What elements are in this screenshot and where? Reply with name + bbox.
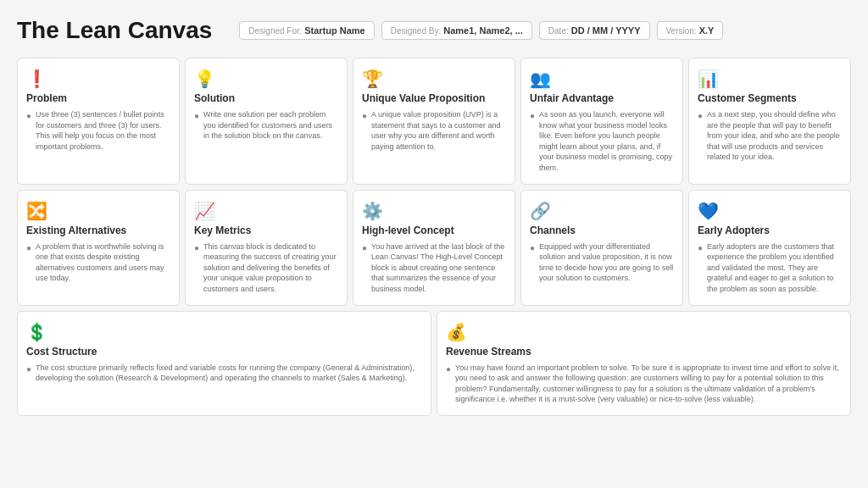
high-level-concept-title: High-level Concept <box>362 225 506 236</box>
early-adopters-icon: 💙 <box>698 201 842 221</box>
key-metrics-icon: 📈 <box>194 201 338 221</box>
key-metrics-title: Key Metrics <box>194 225 338 236</box>
customer-segments-title: Customer Segments <box>698 92 842 104</box>
channels-title: Channels <box>530 225 674 236</box>
uvp-icon: 🏆 <box>362 69 506 89</box>
uvp-title: Unique Value Proposition <box>362 92 506 104</box>
problem-body: ● Use three (3) sentences / bullet point… <box>26 109 170 152</box>
canvas-bottom-row: 💲 Cost Structure ● The cost structure pr… <box>17 311 851 416</box>
version-field[interactable]: Version: X.Y <box>657 21 724 40</box>
revenue-streams-cell: 💰 Revenue Streams ● You may have found a… <box>437 311 851 416</box>
revenue-streams-icon: 💰 <box>446 322 842 342</box>
revenue-streams-bullet: ● <box>446 363 451 405</box>
revenue-streams-body: ● You may have found an important proble… <box>446 363 842 405</box>
high-level-concept-bullet: ● <box>362 242 367 295</box>
channels-cell: 🔗 Channels ● Equipped with your differen… <box>520 190 683 306</box>
unfair-advantage-bullet: ● <box>530 110 535 174</box>
solution-title: Solution <box>194 92 338 104</box>
key-metrics-body: ● This canvas block is dedicated to meas… <box>194 241 338 295</box>
solution-bullet: ● <box>194 110 199 141</box>
early-adopters-body: ● Early adopters are the customers that … <box>698 241 842 295</box>
existing-alternatives-bullet: ● <box>26 242 31 284</box>
uvp-cell: 🏆 Unique Value Proposition ● A unique va… <box>353 58 515 185</box>
revenue-streams-title: Revenue Streams <box>446 346 842 358</box>
high-level-concept-body: ● You have arrived at the last block of … <box>362 241 506 295</box>
existing-alternatives-icon: 🔀 <box>26 201 170 221</box>
problem-icon: ❗ <box>26 69 170 89</box>
problem-cell: ❗ Problem ● Use three (3) sentences / bu… <box>17 58 180 185</box>
header-meta: Designed For: Startup Name Designed By: … <box>239 21 851 40</box>
channels-bullet: ● <box>530 242 535 284</box>
unfair-advantage-icon: 👥 <box>530 69 674 89</box>
cost-structure-icon: 💲 <box>26 322 422 342</box>
existing-alternatives-cell: 🔀 Existing Alternatives ● A problem that… <box>17 190 180 306</box>
unfair-advantage-body: ● As soon as you launch, everyone will k… <box>530 109 674 174</box>
early-adopters-title: Early Adopters <box>698 225 842 236</box>
customer-segments-bullet: ● <box>698 110 703 163</box>
date-field[interactable]: Date: DD / MM / YYYY <box>539 21 650 40</box>
early-adopters-bullet: ● <box>698 242 703 295</box>
channels-body: ● Equipped with your differentiated solu… <box>530 241 674 284</box>
high-level-concept-cell: ⚙️ High-level Concept ● You have arrived… <box>353 190 515 306</box>
cost-structure-title: Cost Structure <box>26 346 422 358</box>
existing-alternatives-body: ● A problem that is worthwhile solving i… <box>26 241 170 284</box>
problem-bullet: ● <box>26 110 31 152</box>
channels-icon: 🔗 <box>530 201 674 221</box>
unfair-advantage-title: Unfair Advantage <box>530 92 674 104</box>
cost-structure-cell: 💲 Cost Structure ● The cost structure pr… <box>17 311 431 416</box>
customer-segments-icon: 📊 <box>698 69 842 89</box>
key-metrics-cell: 📈 Key Metrics ● This canvas block is ded… <box>185 190 348 306</box>
high-level-concept-icon: ⚙️ <box>362 201 506 221</box>
canvas-top-row: ❗ Problem ● Use three (3) sentences / bu… <box>17 58 851 185</box>
unfair-advantage-cell: 👥 Unfair Advantage ● As soon as you laun… <box>520 58 683 185</box>
designed-by-field[interactable]: Designed By: Name1, Name2, ... <box>381 21 532 40</box>
solution-icon: 💡 <box>194 69 338 89</box>
page-title: The Lean Canvas <box>17 17 212 44</box>
canvas-mid-row: 🔀 Existing Alternatives ● A problem that… <box>17 190 851 306</box>
key-metrics-bullet: ● <box>194 242 199 295</box>
cost-structure-bullet: ● <box>26 363 31 384</box>
uvp-body: ● A unique value proposition (UVP) is a … <box>362 109 506 152</box>
solution-cell: 💡 Solution ● Write one solution per each… <box>185 58 348 185</box>
early-adopters-cell: 💙 Early Adopters ● Early adopters are th… <box>688 190 851 306</box>
problem-title: Problem <box>26 92 170 104</box>
page-header: The Lean Canvas Designed For: Startup Na… <box>17 17 851 44</box>
designed-for-field[interactable]: Designed For: Startup Name <box>239 21 374 40</box>
solution-body: ● Write one solution per each problem yo… <box>194 109 338 141</box>
existing-alternatives-title: Existing Alternatives <box>26 225 170 236</box>
uvp-bullet: ● <box>362 110 367 152</box>
customer-segments-body: ● As a next step, you should define who … <box>698 109 842 163</box>
cost-structure-body: ● The cost structure primarily reflects … <box>26 363 422 384</box>
customer-segments-cell: 📊 Customer Segments ● As a next step, yo… <box>688 58 851 185</box>
